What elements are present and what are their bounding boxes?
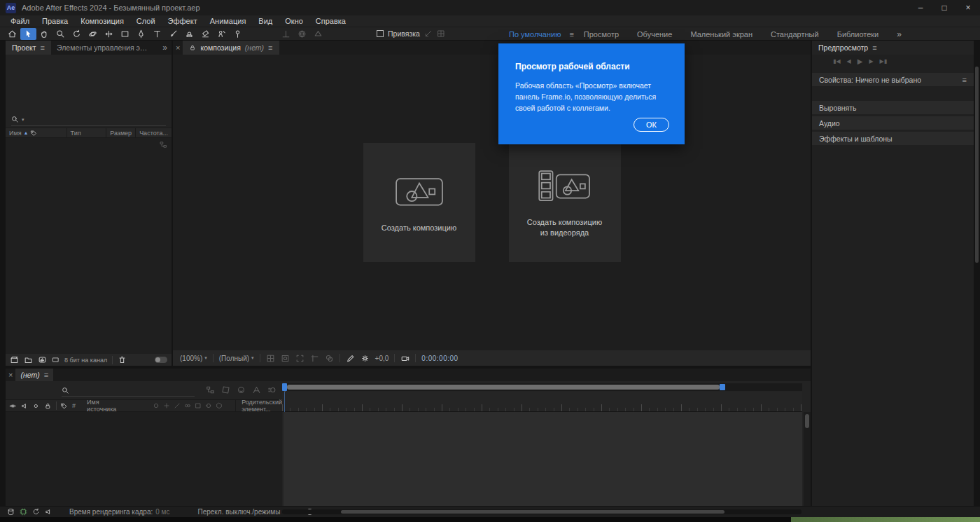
ok-button[interactable]: ОК bbox=[634, 118, 669, 132]
home-button[interactable] bbox=[4, 28, 20, 40]
rectangle-tool[interactable] bbox=[117, 28, 133, 40]
workspace-overflow-button[interactable]: » bbox=[897, 29, 902, 39]
shy-icon[interactable] bbox=[237, 385, 246, 394]
snapshot-camera-icon[interactable] bbox=[400, 354, 410, 363]
workspace-menu-icon[interactable]: ≡ bbox=[569, 30, 573, 39]
menu-layer[interactable]: Слой bbox=[130, 17, 162, 25]
play-button[interactable]: ▶ bbox=[858, 57, 863, 65]
pen-tool[interactable] bbox=[133, 28, 149, 40]
tab-project[interactable]: Проект ≡ bbox=[6, 41, 51, 55]
align-panel-header[interactable]: Выровнять bbox=[812, 101, 974, 114]
project-search-input[interactable] bbox=[27, 116, 166, 123]
eraser-tool[interactable] bbox=[197, 28, 214, 40]
preview-header[interactable]: Предпросмотр ≡ bbox=[812, 41, 974, 55]
selection-tool[interactable] bbox=[20, 28, 36, 40]
timeline-panel-menu-icon[interactable]: ≡ bbox=[44, 371, 48, 379]
frame-blend-switch-icon[interactable] bbox=[195, 402, 202, 409]
timeline-vertical-scrollbar[interactable] bbox=[804, 412, 811, 506]
preview-panel-menu-icon[interactable]: ≡ bbox=[872, 43, 876, 52]
collapse-switch-icon[interactable] bbox=[163, 402, 170, 409]
pan-behind-tool[interactable] bbox=[101, 28, 117, 40]
previous-frame-button[interactable]: ◀ bbox=[847, 58, 851, 64]
workspace-default[interactable]: По умолчанию bbox=[509, 30, 561, 39]
properties-panel-header[interactable]: Свойства: Ничего не выбрано ≡ bbox=[812, 73, 974, 86]
effects-presets-panel-header[interactable]: Эффекты и шаблоны bbox=[812, 132, 974, 145]
draft-3d-icon[interactable] bbox=[221, 385, 230, 394]
menu-help[interactable]: Справка bbox=[309, 17, 352, 25]
time-ruler[interactable] bbox=[282, 392, 802, 412]
lock-icon[interactable] bbox=[44, 402, 52, 410]
column-name[interactable]: Имя ▲ bbox=[6, 128, 67, 137]
timeline-vertical-scroll-thumb[interactable] bbox=[805, 414, 809, 428]
workspace-learn[interactable]: Обучение bbox=[637, 30, 672, 39]
project-item-list[interactable] bbox=[6, 138, 172, 354]
layer-number-column[interactable]: # bbox=[72, 402, 76, 409]
right-scrollbar[interactable] bbox=[975, 67, 979, 263]
tab-timeline[interactable]: (нет) ≡ bbox=[15, 369, 53, 381]
timeline-search-input[interactable] bbox=[72, 387, 195, 394]
snap-options-icon[interactable] bbox=[424, 29, 433, 38]
audio-indicator-icon[interactable] bbox=[45, 508, 52, 516]
exposure-offset[interactable]: +0,0 bbox=[375, 355, 389, 362]
new-composition-card[interactable]: Создать композицию bbox=[363, 143, 475, 262]
3d-switch-icon[interactable] bbox=[216, 402, 223, 409]
audio-icon[interactable] bbox=[21, 402, 29, 410]
audio-panel-header[interactable]: Аудио bbox=[812, 116, 974, 130]
menu-edit[interactable]: Правка bbox=[36, 17, 74, 25]
menu-composition[interactable]: Композиция bbox=[74, 17, 130, 25]
maximize-icon[interactable]: □ bbox=[932, 0, 956, 15]
zoom-dropdown[interactable]: (100%) ▾ bbox=[180, 355, 207, 362]
timeline-track-area[interactable] bbox=[284, 412, 802, 506]
camera-tool[interactable] bbox=[85, 28, 101, 40]
source-name-column[interactable]: Имя источника bbox=[87, 399, 129, 413]
brush-tool[interactable] bbox=[165, 28, 181, 40]
timeline-horizontal-scroll-thumb[interactable] bbox=[341, 510, 724, 514]
column-frequency[interactable]: Частота... bbox=[136, 128, 172, 137]
menu-animation[interactable]: Анимация bbox=[204, 17, 253, 25]
workspace-small-screen[interactable]: Маленький экран bbox=[690, 30, 752, 39]
tab-composition[interactable]: композиция (нет) ≡ bbox=[183, 41, 279, 55]
tag-icon[interactable] bbox=[60, 402, 68, 410]
view-axis-mode-button[interactable] bbox=[310, 28, 326, 40]
last-frame-button[interactable]: ▶▮ bbox=[880, 58, 888, 64]
new-composition-icon[interactable] bbox=[38, 355, 47, 364]
next-frame-button[interactable]: ▶ bbox=[869, 58, 873, 64]
work-area-track[interactable] bbox=[282, 383, 802, 391]
properties-panel-menu-icon[interactable]: ≡ bbox=[962, 76, 967, 84]
color-depth-icon[interactable] bbox=[52, 355, 59, 364]
sync-indicator-icon[interactable] bbox=[32, 508, 40, 516]
quality-switch-icon[interactable] bbox=[174, 402, 181, 409]
menu-view[interactable]: Вид bbox=[252, 17, 279, 25]
world-axis-mode-button[interactable] bbox=[294, 28, 310, 40]
panel-toggle-switch[interactable] bbox=[155, 357, 167, 363]
shy-switch-icon[interactable] bbox=[153, 402, 160, 409]
solo-icon[interactable] bbox=[32, 402, 40, 410]
close-icon[interactable]: × bbox=[956, 0, 980, 15]
work-area-end-handle[interactable] bbox=[720, 384, 725, 390]
effects-switch-icon[interactable] bbox=[184, 402, 191, 409]
rotation-tool[interactable] bbox=[69, 28, 85, 40]
composition-tab-close-icon[interactable]: × bbox=[173, 43, 183, 52]
mini-flowchart-icon[interactable] bbox=[206, 385, 215, 394]
channels-icon[interactable] bbox=[325, 354, 334, 363]
mask-visibility-icon[interactable] bbox=[281, 354, 290, 363]
new-folder-icon[interactable] bbox=[24, 355, 33, 364]
project-panel-menu-icon[interactable]: ≡ bbox=[41, 43, 45, 52]
resolution-dropdown[interactable]: (Полный) ▾ bbox=[219, 355, 254, 362]
gpu-indicator-icon[interactable] bbox=[20, 508, 27, 516]
search-caret-icon[interactable]: ▾ bbox=[22, 117, 24, 123]
timeline-horizontal-scrollbar[interactable] bbox=[282, 509, 802, 514]
menu-file[interactable]: Файл bbox=[4, 17, 36, 25]
snap-checkbox[interactable] bbox=[377, 30, 384, 37]
minimize-icon[interactable]: – bbox=[909, 0, 932, 15]
motion-blur-switch-icon[interactable] bbox=[205, 402, 212, 409]
zoom-tool[interactable] bbox=[52, 28, 69, 40]
guides-icon[interactable] bbox=[310, 354, 319, 363]
menu-effect[interactable]: Эффект bbox=[162, 17, 204, 25]
roto-brush-tool[interactable] bbox=[214, 28, 230, 40]
timeline-tab-close-icon[interactable]: × bbox=[6, 371, 15, 379]
toggle-switches-modes-button[interactable]: Перекл. выключ./режимы bbox=[197, 508, 280, 516]
hand-tool[interactable] bbox=[36, 28, 52, 40]
composition-panel-menu-icon[interactable]: ≡ bbox=[268, 43, 272, 52]
type-tool[interactable] bbox=[149, 28, 165, 40]
